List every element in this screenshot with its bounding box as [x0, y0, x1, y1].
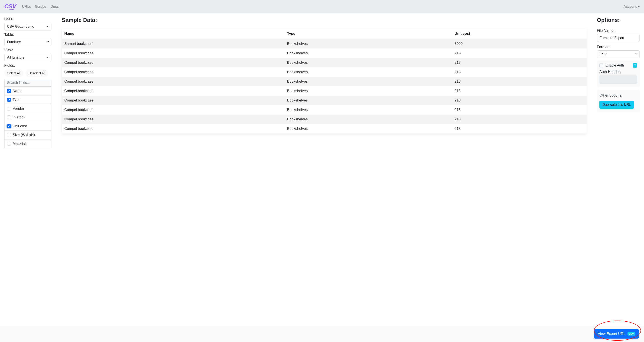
format-select[interactable]: CSV	[597, 51, 640, 58]
view-select[interactable]: All furniture	[4, 54, 52, 61]
table-cell: 218	[452, 105, 586, 115]
table-row: Compel bookcaseBookshelves218	[62, 58, 586, 67]
table-cell: Bookshelves	[284, 49, 452, 58]
field-checkbox[interactable]	[7, 124, 11, 128]
table-row: Compel bookcaseBookshelves218	[62, 96, 586, 105]
base-label: Base:	[4, 17, 52, 22]
table-cell: 218	[452, 58, 586, 67]
content-center: Sample Data: NameTypeUnit cost Samari bo…	[56, 17, 592, 148]
navbar: CSV Getter URLs Guides Docs Account	[0, 0, 644, 13]
table-cell: Compel bookcase	[62, 124, 284, 133]
table-cell: Compel bookcase	[62, 58, 284, 67]
field-item[interactable]: Type	[4, 96, 51, 104]
base-select[interactable]: CSV Getter demo	[4, 23, 52, 31]
table-cell: Compel bookcase	[62, 115, 284, 124]
other-options-label: Other options:	[600, 93, 637, 98]
sample-data-title: Sample Data:	[62, 17, 586, 23]
account-dropdown[interactable]: Account	[624, 5, 640, 9]
table-cell: 218	[452, 86, 586, 96]
data-table: NameTypeUnit cost Samari bookshelfBooksh…	[62, 29, 586, 133]
table-cell: 218	[452, 115, 586, 124]
field-item[interactable]: Materials	[4, 139, 51, 148]
field-label: In stock	[13, 115, 25, 120]
view-label: View:	[4, 48, 52, 52]
table-cell: Compel bookcase	[62, 49, 284, 58]
table-cell: Samari bookshelf	[62, 39, 284, 49]
field-item[interactable]: Name	[4, 87, 51, 96]
logo[interactable]: CSV Getter	[4, 3, 16, 11]
table-cell: Bookshelves	[284, 58, 452, 67]
enable-auth-checkbox[interactable]	[600, 64, 603, 67]
table-row: Compel bookcaseBookshelves218	[62, 49, 586, 58]
field-label: Unit cost	[13, 124, 27, 128]
file-name-input[interactable]	[597, 34, 640, 42]
table-cell: Bookshelves	[284, 115, 452, 124]
table-cell: Compel bookcase	[62, 96, 284, 105]
search-fields-input[interactable]	[4, 79, 52, 87]
nav-link-urls[interactable]: URLs	[22, 5, 31, 9]
nav-link-guides[interactable]: Guides	[35, 5, 46, 9]
sidebar-right: Options: File Name: Format: CSV Enable A…	[597, 17, 640, 148]
field-label: Name	[13, 89, 22, 93]
enable-auth-label: Enable Auth	[606, 64, 624, 67]
format-label: Format:	[597, 45, 640, 49]
table-cell: Bookshelves	[284, 105, 452, 115]
nav-links: URLs Guides Docs	[22, 5, 59, 9]
field-label: Type	[13, 98, 20, 102]
table-cell: 218	[452, 124, 586, 133]
field-checkbox[interactable]	[7, 107, 11, 111]
help-icon[interactable]: ?	[633, 63, 637, 68]
file-name-label: File Name:	[597, 29, 640, 33]
field-checkbox[interactable]	[7, 133, 11, 137]
table-cell: Bookshelves	[284, 96, 452, 105]
table-cell: 218	[452, 96, 586, 105]
table-row: Compel bookcaseBookshelves218	[62, 115, 586, 124]
table-cell: 5000	[452, 39, 586, 49]
options-title: Options:	[597, 17, 640, 23]
table-cell: Compel bookcase	[62, 67, 284, 77]
field-checkbox[interactable]	[7, 89, 11, 93]
field-checkbox[interactable]	[7, 115, 11, 119]
fields-label: Fields:	[4, 64, 52, 68]
table-row: Compel bookcaseBookshelves218	[62, 124, 586, 133]
table-cell: Bookshelves	[284, 67, 452, 77]
table-cell: Bookshelves	[284, 77, 452, 86]
field-list: NameTypeVendorIn stockUnit costSize (WxL…	[4, 87, 52, 148]
other-options-box: Other options: Duplicate this URL	[597, 90, 640, 112]
table-header: Name	[62, 29, 284, 39]
field-label: Vendor	[13, 106, 24, 111]
table-header: Type	[284, 29, 452, 39]
sidebar-left: Base: CSV Getter demo Table: Furniture V…	[4, 17, 52, 148]
table-cell: Bookshelves	[284, 124, 452, 133]
table-row: Samari bookshelfBookshelves5000	[62, 39, 586, 49]
account-label: Account	[624, 5, 637, 9]
table-row: Compel bookcaseBookshelves218	[62, 105, 586, 115]
table-label: Table:	[4, 33, 52, 37]
field-item[interactable]: Vendor	[4, 104, 51, 113]
table-cell: 218	[452, 77, 586, 86]
field-checkbox[interactable]	[7, 142, 11, 146]
field-item[interactable]: Unit cost	[4, 122, 51, 131]
table-row: Compel bookcaseBookshelves218	[62, 67, 586, 77]
table-header: Unit cost	[452, 29, 586, 39]
table-select[interactable]: Furniture	[4, 38, 52, 46]
unselect-all-button[interactable]: Unselect all	[26, 70, 48, 77]
caret-down-icon	[638, 6, 640, 7]
nav-link-docs[interactable]: Docs	[50, 5, 59, 9]
auth-header-label: Auth Header:	[600, 70, 637, 74]
duplicate-url-button[interactable]: Duplicate this URL	[600, 101, 634, 109]
table-cell: 218	[452, 67, 586, 77]
field-label: Size (WxLxH)	[13, 133, 35, 137]
table-cell: Compel bookcase	[62, 77, 284, 86]
field-label: Materials	[13, 142, 28, 146]
table-cell: 218	[452, 49, 586, 58]
select-all-button[interactable]: Select all	[4, 70, 23, 77]
table-cell: Compel bookcase	[62, 105, 284, 115]
table-row: Compel bookcaseBookshelves218	[62, 77, 586, 86]
field-item[interactable]: Size (WxLxH)	[4, 131, 51, 139]
table-cell: Bookshelves	[284, 39, 452, 49]
auth-header-input	[600, 75, 637, 84]
field-item[interactable]: In stock	[4, 113, 51, 122]
table-cell: Bookshelves	[284, 86, 452, 96]
field-checkbox[interactable]	[7, 98, 11, 102]
